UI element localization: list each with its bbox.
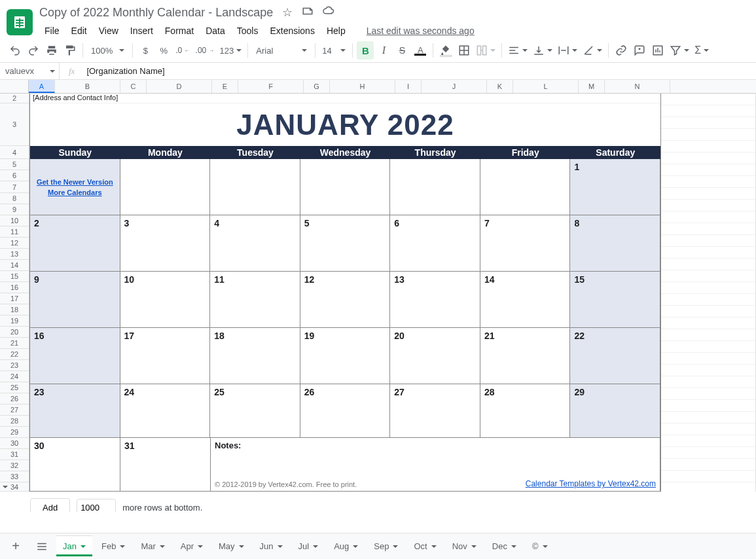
templates-link[interactable]: Calendar Templates by Vertex42.com <box>526 479 656 488</box>
wrap-button[interactable] <box>556 41 579 60</box>
row-header[interactable]: 15 <box>0 271 29 282</box>
address-row[interactable]: [Address and Contact Info] <box>30 94 660 103</box>
sheet-tab[interactable]: Jan <box>56 536 92 556</box>
day-cell[interactable]: 12 <box>300 272 391 327</box>
menu-tools[interactable]: Tools <box>232 23 264 39</box>
day-cell[interactable]: 14 <box>480 272 571 327</box>
add-rows-input[interactable] <box>77 499 116 512</box>
calendar-title[interactable]: JANUARY 2022 <box>30 103 660 146</box>
fill-color-button[interactable] <box>437 41 454 60</box>
day-cell[interactable]: 25 <box>210 384 300 437</box>
col-header[interactable]: A <box>29 80 55 93</box>
add-rows-button[interactable]: Add <box>30 498 70 512</box>
col-header[interactable]: H <box>330 80 395 93</box>
menu-extensions[interactable]: Extensions <box>264 23 319 39</box>
sheet-tab[interactable]: Aug <box>327 536 365 556</box>
day-cell[interactable]: 7 <box>480 215 571 271</box>
col-header[interactable]: M <box>579 80 605 93</box>
menu-data[interactable]: Data <box>200 23 230 39</box>
row-header[interactable]: 4 <box>0 146 29 159</box>
row-header[interactable]: 16 <box>0 282 29 293</box>
day-cell[interactable]: 5 <box>300 215 391 271</box>
row-header[interactable]: 7 <box>0 181 29 193</box>
cloud-icon[interactable] <box>323 5 334 20</box>
row-header[interactable]: 12 <box>0 238 29 249</box>
cells-area[interactable]: [Address and Contact Info] JANUARY 2022 … <box>29 94 661 492</box>
day-cell[interactable]: 30 <box>30 438 120 491</box>
sheet-tab[interactable]: © <box>526 536 554 556</box>
sheets-logo[interactable] <box>7 9 33 35</box>
day-cell[interactable]: 31 <box>120 438 211 491</box>
day-cell[interactable]: 28 <box>480 384 571 437</box>
sheet-tab[interactable]: Mar <box>134 536 171 556</box>
col-header[interactable]: N <box>605 80 670 93</box>
col-header[interactable]: L <box>513 80 579 93</box>
row-header[interactable]: 32 <box>0 460 29 471</box>
size-select[interactable]: 14 <box>319 41 348 60</box>
row-header[interactable]: 2 <box>0 94 29 103</box>
strike-button[interactable]: S <box>393 41 410 60</box>
col-header[interactable]: F <box>238 80 304 93</box>
row-header[interactable]: 18 <box>0 304 29 316</box>
last-edit[interactable]: Last edit was seconds ago <box>361 23 480 39</box>
day-cell[interactable]: 19 <box>300 328 391 384</box>
rotate-button[interactable] <box>581 41 604 60</box>
day-cell[interactable]: 29 <box>570 384 660 437</box>
day-cell[interactable]: Get the Newer VersionMore Calendars <box>30 159 120 215</box>
col-header[interactable]: J <box>422 80 487 93</box>
day-cell[interactable]: 2 <box>30 215 120 271</box>
col-header[interactable]: G <box>304 80 330 93</box>
link-icon[interactable] <box>613 41 630 60</box>
zoom-select[interactable]: 100% <box>87 41 128 60</box>
day-cell[interactable]: 8 <box>570 215 660 271</box>
menu-insert[interactable]: Insert <box>125 23 158 39</box>
row-header[interactable]: 21 <box>0 338 29 349</box>
sheet-tab[interactable]: Nov <box>446 536 483 556</box>
sheet-tab[interactable]: Feb <box>95 536 132 556</box>
empty-cells[interactable] <box>661 94 756 492</box>
all-sheets-button[interactable] <box>30 535 54 558</box>
comment-icon[interactable] <box>631 41 648 60</box>
day-cell[interactable]: 21 <box>480 328 571 384</box>
italic-button[interactable]: I <box>375 41 392 60</box>
day-cell[interactable]: 17 <box>120 328 211 384</box>
row-header[interactable]: 28 <box>0 416 29 427</box>
sheet-tab[interactable]: Dec <box>486 536 523 556</box>
star-icon[interactable]: ☆ <box>282 5 293 20</box>
day-cell[interactable] <box>210 159 300 215</box>
sheet-tab[interactable]: Oct <box>407 536 442 556</box>
row-header[interactable]: 8 <box>0 193 29 204</box>
row-header[interactable]: 5 <box>0 159 29 170</box>
day-cell[interactable]: 3 <box>120 215 211 271</box>
text-color-button[interactable]: A <box>412 41 429 60</box>
col-header[interactable]: B <box>55 80 120 93</box>
day-cell[interactable]: 22 <box>570 328 660 384</box>
day-cell[interactable]: 18 <box>210 328 300 384</box>
row-header[interactable]: 6 <box>0 170 29 181</box>
day-cell[interactable]: 16 <box>30 328 120 384</box>
day-cell[interactable]: 26 <box>300 384 391 437</box>
notes-cell[interactable]: Notes: © 2012-2019 by Vertex42.com. Free… <box>211 438 660 491</box>
row-header[interactable]: 30 <box>0 438 29 449</box>
day-cell[interactable] <box>390 159 480 215</box>
redo-icon[interactable] <box>25 41 42 60</box>
format-123-button[interactable]: 123 <box>218 41 244 60</box>
col-header[interactable]: I <box>395 80 422 93</box>
name-box[interactable]: valuevx <box>0 66 59 76</box>
formula-content[interactable]: [Organization Name] <box>86 66 756 76</box>
menu-format[interactable]: Format <box>160 23 199 39</box>
day-cell[interactable]: 10 <box>120 272 211 327</box>
merge-button[interactable] <box>474 41 497 60</box>
day-cell[interactable]: 27 <box>390 384 480 437</box>
day-cell[interactable]: 11 <box>210 272 300 327</box>
day-cell[interactable]: 24 <box>120 384 211 437</box>
row-header[interactable]: 19 <box>0 316 29 327</box>
sheet-tab[interactable]: Jul <box>292 536 325 556</box>
day-cell[interactable]: 20 <box>390 328 480 384</box>
row-header[interactable]: 11 <box>0 226 29 238</box>
more-calendars-link[interactable]: More Calendars <box>48 189 102 196</box>
halign-button[interactable] <box>506 41 530 60</box>
valign-button[interactable] <box>531 41 554 60</box>
row-header[interactable]: 17 <box>0 293 29 304</box>
row-header[interactable]: 24 <box>0 371 29 382</box>
